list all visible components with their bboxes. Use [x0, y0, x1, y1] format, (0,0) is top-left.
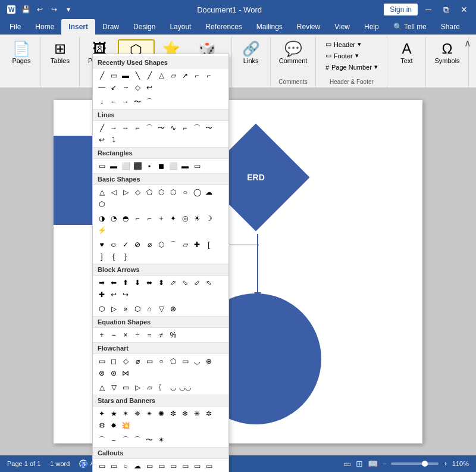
tab-view[interactable]: View — [327, 19, 357, 35]
rect-frame[interactable]: ⬜ — [168, 161, 178, 171]
basic-cloud[interactable]: ☁ — [203, 187, 214, 198]
star24pt[interactable]: ✳ — [192, 408, 202, 419]
eq-plus[interactable]: + — [96, 330, 107, 340]
star32pt[interactable]: ✲ — [203, 408, 214, 419]
footer-button[interactable]: ▭ Footer ▾ — [322, 51, 381, 61]
basic-cube[interactable]: ⬡ — [156, 239, 167, 250]
tab-references[interactable]: References — [198, 19, 249, 35]
rect-basic[interactable]: ▭ — [96, 161, 107, 171]
line-wave[interactable]: 〜 — [203, 123, 214, 133]
basic-arc[interactable]: ◔ — [108, 213, 119, 224]
blkarr-uturn[interactable]: ↪ — [120, 289, 131, 300]
basic-rbracket[interactable]: ] — [96, 251, 107, 262]
star12pt[interactable]: ✼ — [168, 408, 178, 419]
wave-banner[interactable]: 〜 — [144, 435, 155, 445]
basic-moon[interactable]: ☽ — [203, 213, 214, 224]
tab-draw[interactable]: Draw — [95, 19, 126, 35]
zoom-in-btn[interactable]: + — [443, 460, 447, 467]
restore-button[interactable]: ⧉ — [439, 2, 453, 17]
shape-line2[interactable]: ╲ — [132, 70, 143, 81]
flow-card[interactable]: ▭ — [180, 356, 190, 367]
flow-dec[interactable]: ◇ — [120, 356, 131, 367]
blkarr-ul[interactable]: ⬁ — [203, 277, 214, 288]
blkarr-notch[interactable]: ▷ — [108, 304, 119, 314]
minimize-button[interactable]: ─ — [421, 2, 436, 17]
line-x[interactable]: ⤵ — [108, 135, 119, 145]
shape-arrow-d[interactable]: ↓ — [96, 96, 107, 107]
blkarr-d[interactable]: ⬇ — [132, 277, 143, 288]
basic-no[interactable]: ⊘ — [132, 239, 143, 250]
blkarr-r[interactable]: ➡ — [96, 277, 107, 288]
blkarr-l[interactable]: ⬅ — [108, 277, 119, 288]
basic-oval[interactable]: ◯ — [192, 187, 202, 198]
page-number-button[interactable]: # Page Number ▾ — [322, 62, 381, 72]
flow-delay[interactable]: ▷ — [132, 382, 143, 393]
tab-layout[interactable]: Layout — [162, 19, 198, 35]
flow-cyl[interactable]: ⌀ — [132, 356, 143, 367]
flow-store[interactable]: ▭ — [120, 382, 131, 393]
callout-b1[interactable]: ▭ — [192, 461, 202, 471]
basic-frame[interactable]: ⬡ — [96, 199, 107, 210]
rect-round[interactable]: ▬ — [108, 161, 119, 171]
shape-line[interactable]: ╱ — [96, 70, 107, 81]
save-quick-btn[interactable]: 💾 — [19, 3, 32, 16]
explosion[interactable]: 💥 — [120, 420, 131, 431]
blkarr-strip[interactable]: ⬡ — [96, 304, 107, 314]
zoom-slider[interactable] — [391, 462, 439, 465]
rect-fold[interactable]: ◼ — [156, 161, 167, 171]
redo-quick-btn[interactable]: ↪ — [48, 3, 61, 16]
shape-rect3[interactable]: ▱ — [168, 70, 178, 81]
close-button[interactable]: ✕ — [457, 2, 471, 17]
blkarr-quad[interactable]: ✚ — [96, 289, 107, 300]
ribbon-banner[interactable]: ✶ — [156, 435, 167, 445]
basic-heart[interactable]: ♥ — [96, 239, 107, 250]
basic-penta[interactable]: ⬠ — [144, 187, 155, 198]
web-layout-btn[interactable]: ⊞ — [356, 459, 363, 468]
basic-trapezoid[interactable]: ⌒ — [168, 239, 178, 250]
callout-double[interactable]: ▭ — [168, 461, 178, 471]
basic-half[interactable]: ◑ — [96, 213, 107, 224]
basic-hex[interactable]: ⬡ — [156, 187, 167, 198]
scroll-h[interactable]: ⌒ — [120, 435, 131, 445]
blkarr-dr[interactable]: ⬂ — [180, 277, 190, 288]
line-curve2[interactable]: ⌒ — [192, 123, 202, 133]
line-freeform[interactable]: 〜 — [156, 123, 167, 133]
flow-conn[interactable]: ○ — [156, 356, 167, 367]
flow-manual[interactable]: ▱ — [144, 382, 155, 393]
read-mode-btn[interactable]: 📖 — [368, 459, 378, 468]
comment-button[interactable]: 💬 Comment — [275, 39, 311, 67]
tab-home[interactable]: Home — [28, 19, 61, 35]
shape-arrow-l[interactable]: ← — [108, 96, 119, 107]
customize-quick-btn[interactable]: ▾ — [62, 3, 75, 16]
line-dbl[interactable]: ↩ — [96, 135, 107, 145]
flow-term[interactable]: ▭ — [144, 356, 155, 367]
basic-tri2[interactable]: ▷ — [120, 187, 131, 198]
eq-div[interactable]: ÷ — [132, 330, 143, 340]
callout-rect[interactable]: ▭ — [96, 461, 107, 471]
gear[interactable]: ⚙ — [96, 420, 107, 431]
basic-rbrace[interactable]: } — [120, 251, 131, 262]
pages-button[interactable]: 📄 Pages — [7, 39, 36, 67]
line-elbow2[interactable]: ⌐ — [180, 123, 190, 133]
flow-coll[interactable]: ⊛ — [108, 368, 119, 379]
sign-in-button[interactable]: Sign in — [384, 4, 418, 15]
shape-line4[interactable]: — — [96, 82, 107, 93]
callout-b2[interactable]: ▭ — [203, 461, 214, 471]
shape-tri[interactable]: △ — [156, 70, 167, 81]
tab-insert[interactable]: Insert — [61, 19, 95, 35]
flow-tape[interactable]: ◡ — [192, 356, 202, 367]
banner-down[interactable]: ⌣ — [108, 435, 119, 445]
undo-quick-btn[interactable]: ↩ — [33, 3, 46, 16]
text-button[interactable]: A Text — [392, 39, 421, 67]
scroll-v[interactable]: ⌒ — [132, 435, 143, 445]
share-button[interactable]: Share — [434, 19, 467, 35]
flow-doc[interactable]: ◡ — [168, 382, 178, 393]
line-elbow[interactable]: ⌐ — [132, 123, 143, 133]
shape-arr2[interactable]: ↙ — [108, 82, 119, 93]
print-layout-btn[interactable]: ▭ — [343, 459, 351, 468]
flow-alt[interactable]: ◻ — [108, 356, 119, 367]
tab-mailings[interactable]: Mailings — [249, 19, 290, 35]
rect-fill[interactable]: ▬ — [180, 161, 190, 171]
collapse-ribbon-button[interactable]: ∧ — [462, 37, 474, 49]
basic-plus[interactable]: + — [156, 213, 167, 224]
